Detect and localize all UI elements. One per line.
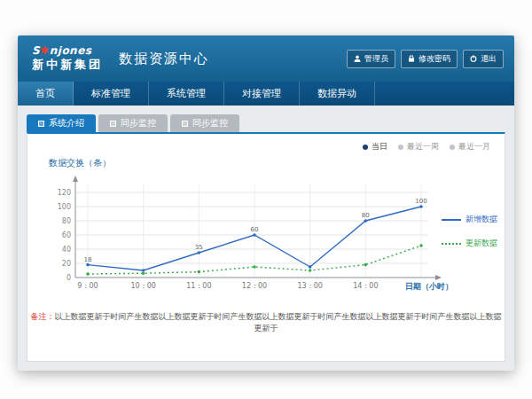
svg-text:18: 18: [84, 256, 92, 263]
header: S✱njones 新中新集团 数据资源中心 管理员 修改密码 退出: [18, 35, 514, 82]
app-title: 数据资源中心: [119, 51, 209, 67]
nav-item-interface-mgmt[interactable]: 对接管理: [224, 82, 300, 106]
svg-text:120: 120: [58, 189, 71, 197]
nav-item-system-mgmt[interactable]: 系统管理: [149, 82, 224, 106]
grid-icon: [110, 121, 116, 127]
svg-text:20: 20: [62, 260, 71, 268]
logout-button[interactable]: 退出: [463, 50, 504, 68]
legend-new-data[interactable]: 新增数据: [442, 214, 497, 225]
filter-label: 最近一月: [458, 141, 490, 153]
chart-y-axis-title: 数据交换（条）: [49, 157, 111, 169]
nav-item-data-change[interactable]: 数据异动: [300, 82, 375, 106]
svg-text:0: 0: [66, 274, 71, 282]
svg-text:14：00: 14：00: [353, 282, 378, 290]
lock-icon: [408, 55, 415, 62]
svg-text:10：00: 10：00: [130, 282, 155, 290]
logo-star-icon: ✱: [40, 44, 50, 57]
svg-text:60: 60: [62, 231, 71, 239]
svg-text:100: 100: [58, 203, 71, 211]
logo-text: S✱njones: [32, 45, 103, 57]
filter-label: 最近一周: [407, 141, 439, 153]
user-actions: 管理员 修改密码 退出: [347, 35, 504, 82]
admin-user-button[interactable]: 管理员: [347, 50, 395, 68]
svg-text:11：00: 11：00: [186, 282, 211, 290]
tab-sync-monitor-1[interactable]: 同步监控: [98, 114, 168, 132]
series-legend: 新增数据 更新数据: [442, 214, 497, 249]
tab-label: 系统介绍: [49, 117, 84, 129]
legend-label: 新增数据: [466, 214, 497, 225]
filter-last-week[interactable]: 最近一周: [398, 141, 439, 153]
filter-today[interactable]: 当日: [363, 141, 387, 153]
grid-icon: [38, 121, 44, 127]
nav-item-standard-mgmt[interactable]: 标准管理: [74, 82, 149, 106]
dotted-line-icon: [442, 243, 461, 245]
change-password-label: 修改密码: [419, 53, 450, 65]
svg-text:日期（小时）: 日期（小时）: [405, 282, 453, 291]
tab-system-intro[interactable]: 系统介绍: [27, 114, 96, 132]
tab-bar: 系统介绍 同步监控 同步监控: [27, 114, 505, 132]
legend-label: 更新数据: [466, 238, 497, 249]
footnote: 备注：以上数据更新于时间产生数据以上数据更新于时间产生数据以上数据更新于时间产生…: [27, 311, 505, 334]
logout-label: 退出: [481, 53, 497, 65]
legend-updated-data[interactable]: 更新数据: [442, 238, 497, 249]
svg-text:9：00: 9：00: [77, 282, 98, 290]
tab-label: 同步监控: [192, 117, 228, 129]
nav-item-home[interactable]: 首页: [18, 82, 74, 106]
admin-user-label: 管理员: [364, 53, 388, 65]
line-chart: 0204060801001209：0010：0011：0012：0013：001…: [40, 173, 457, 308]
solid-line-icon: [442, 219, 461, 221]
period-filter: 当日 最近一周 最近一月: [363, 141, 490, 153]
svg-text:40: 40: [62, 246, 71, 254]
logo-part2: njones: [50, 44, 92, 57]
power-icon: [470, 55, 477, 62]
logo-company-name: 新中新集团: [32, 59, 103, 71]
tab-sync-monitor-2[interactable]: 同步监控: [170, 114, 239, 132]
svg-text:80: 80: [62, 217, 71, 225]
tab-label: 同步监控: [121, 117, 156, 129]
brand-logo: S✱njones 新中新集团: [32, 45, 103, 71]
svg-text:80: 80: [362, 212, 370, 219]
change-password-button[interactable]: 修改密码: [401, 50, 458, 68]
chart-panel: 当日 最近一周 最近一月 数据交换（条） 0204060801001209：00…: [27, 132, 505, 362]
grid-icon: [182, 121, 188, 127]
svg-text:12：00: 12：00: [242, 282, 267, 290]
filter-last-month[interactable]: 最近一月: [450, 141, 490, 153]
footnote-text: 以上数据更新于时间产生数据以上数据更新于时间产生数据以上数据更新于时间产生数据以…: [55, 312, 502, 332]
main-nav: 首页 标准管理 系统管理 对接管理 数据异动: [18, 82, 514, 106]
content-area: 系统介绍 同步监控 同步监控 当日 最近一周: [18, 106, 514, 371]
dot-icon: [450, 145, 455, 150]
svg-text:35: 35: [195, 244, 203, 251]
filter-label: 当日: [372, 141, 387, 153]
svg-text:100: 100: [415, 198, 426, 205]
user-icon: [354, 55, 361, 62]
dot-icon: [398, 145, 403, 150]
dot-icon: [363, 145, 368, 150]
svg-text:13：00: 13：00: [297, 282, 322, 290]
svg-text:60: 60: [251, 226, 259, 233]
logo-part1: S: [32, 44, 40, 57]
app-window: S✱njones 新中新集团 数据资源中心 管理员 修改密码 退出 首页 标准管…: [18, 35, 514, 371]
footnote-prefix: 备注：: [31, 312, 55, 321]
